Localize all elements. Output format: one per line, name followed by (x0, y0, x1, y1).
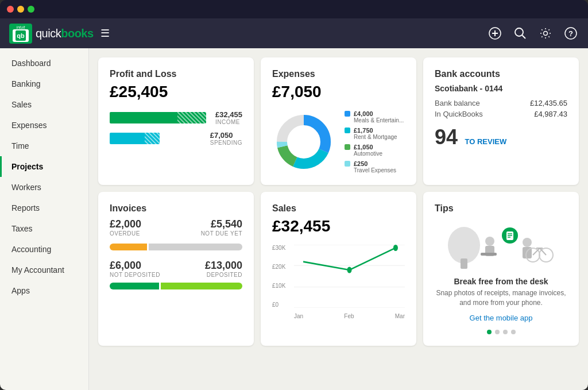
sales-title: Sales (272, 203, 405, 214)
sidebar: Dashboard Banking Sales Expenses Time Pr… (0, 48, 89, 390)
legend-item-2: £1,750 Rent & Mortgage (345, 127, 404, 140)
expenses-legend: £4,000 Meals & Entertain... £1,750 (345, 110, 404, 173)
not-deposited-label: NOT DEPOSITED (110, 272, 160, 278)
title-bar (0, 0, 588, 18)
review-link[interactable]: TO REVIEW (465, 137, 507, 146)
sidebar-item-my-accountant[interactable]: My Accountant (0, 260, 88, 280)
bank-accounts-card: Bank accounts Scotiabank - 0144 Bank bal… (423, 57, 579, 185)
sidebar-item-projects[interactable]: Projects (0, 156, 88, 177)
invoices-progress-bar (110, 244, 242, 250)
sidebar-item-banking[interactable]: Banking (0, 74, 88, 94)
sidebar-label-my-accountant: My Accountant (11, 265, 64, 275)
not-deposited-amount: £6,000 (110, 260, 160, 272)
legend-item-4: £250 Travel Expenses (345, 160, 404, 173)
tips-svg (444, 219, 559, 271)
sidebar-label-workers: Workers (11, 183, 41, 192)
in-qb-value: £4,987.43 (534, 110, 567, 118)
expenses-card: Expenses £7,050 (261, 57, 416, 185)
profit-loss-bars: £32,455 INCOME (110, 110, 242, 146)
deposited-label: DEPOSITED (205, 272, 242, 278)
sidebar-item-reports[interactable]: Reports (0, 198, 88, 218)
minimize-button[interactable] (17, 6, 24, 13)
y-label-10k: £10K (272, 283, 292, 289)
not-deposited-bar (110, 283, 159, 289)
svg-point-20 (393, 245, 398, 251)
settings-icon[interactable] (537, 25, 554, 41)
invoices-bottom: £6,000 NOT DEPOSITED £13,000 DEPOSITED (110, 260, 242, 278)
profit-loss-title: Profit and Loss (110, 69, 242, 79)
chart-x-axis: Jan Feb Mar (294, 313, 405, 319)
expenses-value: £7,050 (272, 83, 405, 101)
nav-icons: ? (487, 25, 579, 41)
review-section: 94 TO REVIEW (435, 125, 567, 149)
close-button[interactable] (7, 6, 14, 13)
legend-color-1 (345, 111, 350, 117)
sidebar-label-accounting: Accounting (11, 245, 51, 254)
legend-item-1: £4,000 Meals & Entertain... (345, 110, 404, 123)
deposited-bar (161, 283, 243, 289)
tips-dot-3[interactable] (503, 330, 508, 334)
sidebar-item-expenses[interactable]: Expenses (0, 115, 88, 136)
svg-point-23 (485, 237, 494, 246)
not-due-bar (149, 244, 242, 250)
sidebar-item-accounting[interactable]: Accounting (0, 239, 88, 260)
help-icon[interactable]: ? (563, 25, 579, 41)
legend-amount-4: £250 (354, 160, 396, 167)
legend-label-1: Meals & Entertain... (354, 117, 404, 123)
tips-mobile-link[interactable]: Get the mobile app (470, 314, 533, 322)
intuit-label: intuit (17, 25, 25, 29)
bank-account-name: Scotiabank - 0144 (435, 84, 567, 93)
sales-chart: £30K £20K £10K £0 (272, 245, 405, 319)
hamburger-menu[interactable]: ☰ (100, 27, 110, 40)
legend-color-3 (345, 144, 350, 150)
income-bar-row: £32,455 INCOME (110, 110, 242, 125)
tips-dot-1[interactable] (487, 330, 492, 334)
sidebar-label-time: Time (11, 141, 29, 150)
sidebar-item-time[interactable]: Time (0, 136, 88, 156)
sidebar-item-taxes[interactable]: Taxes (0, 218, 88, 239)
profit-loss-card: Profit and Loss £25,405 (98, 57, 254, 185)
app-window: intuit qb quickbooks ☰ (0, 0, 588, 390)
sidebar-label-apps: Apps (11, 286, 30, 295)
invoices-title: Invoices (110, 203, 242, 214)
tips-dot-4[interactable] (511, 330, 516, 334)
invoices-amounts: £2,000 OVERDUE £5,540 NOT DUE YET (110, 218, 242, 237)
legend-amount-1: £4,000 (354, 110, 404, 117)
sidebar-item-apps[interactable]: Apps (0, 280, 88, 301)
sidebar-label-taxes: Taxes (11, 224, 33, 233)
deposit-progress-bar (110, 283, 242, 289)
sidebar-label-projects: Projects (11, 162, 43, 171)
cards-row-2: Invoices £2,000 OVERDUE £5,540 NOT DUE Y… (98, 192, 579, 346)
add-button[interactable] (487, 25, 503, 41)
svg-point-21 (448, 227, 480, 264)
logo-text: quickbooks (36, 27, 94, 40)
overdue-label: OVERDUE (110, 230, 141, 237)
bank-balance-label: Bank balance (435, 99, 480, 107)
bank-balance-value: £12,435.65 (530, 99, 567, 107)
top-nav: intuit qb quickbooks ☰ (0, 18, 588, 48)
x-label-mar: Mar (395, 313, 405, 319)
x-label-feb: Feb (344, 313, 354, 319)
search-icon[interactable] (512, 25, 528, 41)
y-label-0: £0 (272, 302, 292, 308)
sidebar-item-dashboard[interactable]: Dashboard (0, 53, 88, 74)
in-qb-row: In QuickBooks £4,987.43 (435, 110, 567, 118)
sidebar-label-banking: Banking (11, 79, 41, 88)
in-qb-label: In QuickBooks (435, 110, 483, 118)
legend-amount-3: £1,050 (354, 144, 382, 150)
svg-line-4 (523, 36, 526, 39)
tips-dot-2[interactable] (495, 330, 500, 334)
maximize-button[interactable] (28, 6, 34, 13)
sidebar-item-workers[interactable]: Workers (0, 177, 88, 198)
app-body: Dashboard Banking Sales Expenses Time Pr… (0, 48, 588, 390)
spending-bar-row: £7,050 SPENDING (110, 131, 242, 146)
svg-rect-25 (481, 253, 497, 256)
chart-y-axis: £30K £20K £10K £0 (272, 245, 292, 308)
sidebar-item-sales[interactable]: Sales (0, 94, 88, 115)
spending-label: SPENDING (210, 140, 242, 146)
y-label-20k: £20K (272, 264, 292, 270)
expenses-donut (272, 110, 335, 173)
svg-rect-22 (461, 258, 467, 269)
overdue-bar (110, 244, 147, 250)
sales-card: Sales £32,455 £30K £20K £10K £0 (261, 192, 416, 346)
